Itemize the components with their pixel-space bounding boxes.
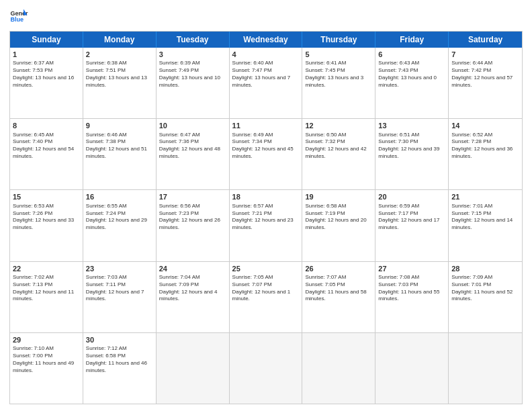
day-header-wednesday: Wednesday [230,32,303,48]
day-cell-8: 8Sunrise: 6:45 AMSunset: 7:40 PMDaylight… [10,119,83,189]
calendar-week-1: 1Sunrise: 6:37 AMSunset: 7:53 PMDaylight… [10,48,522,119]
day-cell-17: 17Sunrise: 6:56 AMSunset: 7:23 PMDayligh… [157,190,230,261]
empty-cell [230,333,303,404]
cell-info: Sunrise: 6:51 AMSunset: 7:30 PMDaylight:… [378,132,445,161]
day-cell-19: 19Sunrise: 6:58 AMSunset: 7:19 PMDayligh… [302,190,375,261]
day-cell-16: 16Sunrise: 6:55 AMSunset: 7:24 PMDayligh… [83,190,157,261]
cell-info: Sunrise: 6:43 AMSunset: 7:43 PMDaylight:… [378,60,445,89]
cell-info: Sunrise: 6:37 AMSunset: 7:53 PMDaylight:… [13,60,80,89]
day-cell-25: 25Sunrise: 7:05 AMSunset: 7:07 PMDayligh… [230,262,303,332]
day-cell-26: 26Sunrise: 7:07 AMSunset: 7:05 PMDayligh… [302,262,375,332]
day-number: 8 [13,121,80,130]
day-number: 19 [305,192,372,201]
day-header-thursday: Thursday [302,32,375,48]
day-cell-23: 23Sunrise: 7:03 AMSunset: 7:11 PMDayligh… [83,262,157,332]
calendar-week-5: 29Sunrise: 7:10 AMSunset: 7:00 PMDayligh… [10,333,522,404]
day-number: 12 [305,121,372,130]
header: General Blue [9,7,523,26]
day-header-tuesday: Tuesday [157,32,230,48]
day-cell-10: 10Sunrise: 6:47 AMSunset: 7:36 PMDayligh… [157,119,230,189]
calendar-week-4: 22Sunrise: 7:02 AMSunset: 7:13 PMDayligh… [10,262,522,333]
day-number: 13 [378,121,445,130]
day-cell-18: 18Sunrise: 6:57 AMSunset: 7:21 PMDayligh… [230,190,303,261]
day-cell-27: 27Sunrise: 7:08 AMSunset: 7:03 PMDayligh… [375,262,449,332]
day-cell-6: 6Sunrise: 6:43 AMSunset: 7:43 PMDaylight… [375,48,449,118]
day-number: 26 [305,264,372,273]
day-cell-2: 2Sunrise: 6:38 AMSunset: 7:51 PMDaylight… [83,48,157,118]
day-number: 16 [86,192,153,201]
cell-info: Sunrise: 6:53 AMSunset: 7:26 PMDaylight:… [13,203,80,232]
day-header-friday: Friday [375,32,449,48]
svg-text:Blue: Blue [10,16,24,23]
day-cell-30: 30Sunrise: 7:12 AMSunset: 6:58 PMDayligh… [83,333,157,404]
day-number: 30 [86,335,153,345]
cell-info: Sunrise: 7:10 AMSunset: 7:00 PMDaylight:… [13,345,80,374]
empty-cell [375,333,449,404]
day-header-saturday: Saturday [449,32,522,48]
calendar-header: SundayMondayTuesdayWednesdayThursdayFrid… [10,32,522,48]
day-cell-7: 7Sunrise: 6:44 AMSunset: 7:42 PMDaylight… [449,48,522,118]
day-cell-3: 3Sunrise: 6:39 AMSunset: 7:49 PMDaylight… [157,48,230,118]
day-number: 11 [232,121,300,130]
day-number: 9 [86,121,153,130]
cell-info: Sunrise: 7:03 AMSunset: 7:11 PMDaylight:… [86,274,153,303]
cell-info: Sunrise: 6:46 AMSunset: 7:38 PMDaylight:… [86,132,153,161]
cell-info: Sunrise: 6:45 AMSunset: 7:40 PMDaylight:… [13,132,80,161]
day-number: 7 [451,50,519,59]
day-number: 1 [13,50,80,59]
cell-info: Sunrise: 6:59 AMSunset: 7:17 PMDaylight:… [378,203,445,232]
cell-info: Sunrise: 7:07 AMSunset: 7:05 PMDaylight:… [305,274,372,303]
day-cell-20: 20Sunrise: 6:59 AMSunset: 7:17 PMDayligh… [375,190,449,261]
day-cell-22: 22Sunrise: 7:02 AMSunset: 7:13 PMDayligh… [10,262,83,332]
cell-info: Sunrise: 6:40 AMSunset: 7:47 PMDaylight:… [232,60,300,89]
day-number: 10 [159,121,226,130]
day-cell-11: 11Sunrise: 6:49 AMSunset: 7:34 PMDayligh… [230,119,303,189]
day-cell-12: 12Sunrise: 6:50 AMSunset: 7:32 PMDayligh… [302,119,375,189]
day-number: 25 [232,264,300,273]
day-cell-28: 28Sunrise: 7:09 AMSunset: 7:01 PMDayligh… [449,262,522,332]
cell-info: Sunrise: 6:44 AMSunset: 7:42 PMDaylight:… [451,60,519,89]
day-number: 4 [232,50,300,59]
calendar-week-3: 15Sunrise: 6:53 AMSunset: 7:26 PMDayligh… [10,190,522,261]
day-cell-4: 4Sunrise: 6:40 AMSunset: 7:47 PMDaylight… [230,48,303,118]
calendar-body: 1Sunrise: 6:37 AMSunset: 7:53 PMDaylight… [10,48,522,404]
cell-info: Sunrise: 6:52 AMSunset: 7:28 PMDaylight:… [451,132,519,161]
cell-info: Sunrise: 7:01 AMSunset: 7:15 PMDaylight:… [451,203,519,232]
day-header-monday: Monday [83,32,157,48]
cell-info: Sunrise: 7:02 AMSunset: 7:13 PMDaylight:… [13,274,80,303]
day-cell-9: 9Sunrise: 6:46 AMSunset: 7:38 PMDaylight… [83,119,157,189]
day-number: 22 [13,264,80,273]
cell-info: Sunrise: 7:09 AMSunset: 7:01 PMDaylight:… [451,274,519,303]
day-number: 28 [451,264,519,273]
day-cell-21: 21Sunrise: 7:01 AMSunset: 7:15 PMDayligh… [449,190,522,261]
day-header-sunday: Sunday [10,32,83,48]
cell-info: Sunrise: 7:05 AMSunset: 7:07 PMDaylight:… [232,274,300,303]
day-cell-5: 5Sunrise: 6:41 AMSunset: 7:45 PMDaylight… [302,48,375,118]
day-number: 29 [13,335,80,345]
calendar-week-2: 8Sunrise: 6:45 AMSunset: 7:40 PMDaylight… [10,119,522,190]
day-number: 3 [159,50,226,59]
day-cell-14: 14Sunrise: 6:52 AMSunset: 7:28 PMDayligh… [449,119,522,189]
calendar: SundayMondayTuesdayWednesdayThursdayFrid… [9,31,523,404]
cell-info: Sunrise: 7:12 AMSunset: 6:58 PMDaylight:… [86,345,153,374]
cell-info: Sunrise: 6:39 AMSunset: 7:49 PMDaylight:… [159,60,226,89]
day-number: 5 [305,50,372,59]
day-number: 15 [13,192,80,201]
day-number: 20 [378,192,445,201]
day-cell-1: 1Sunrise: 6:37 AMSunset: 7:53 PMDaylight… [10,48,83,118]
cell-info: Sunrise: 6:47 AMSunset: 7:36 PMDaylight:… [159,132,226,161]
cell-info: Sunrise: 6:49 AMSunset: 7:34 PMDaylight:… [232,132,300,161]
day-number: 27 [378,264,445,273]
empty-cell [449,333,522,404]
cell-info: Sunrise: 6:38 AMSunset: 7:51 PMDaylight:… [86,60,153,89]
page: General Blue SundayMondayTuesdayWednesda… [0,0,532,411]
logo: General Blue [9,7,31,26]
cell-info: Sunrise: 7:08 AMSunset: 7:03 PMDaylight:… [378,274,445,303]
logo-icon: General Blue [9,7,28,26]
day-cell-13: 13Sunrise: 6:51 AMSunset: 7:30 PMDayligh… [375,119,449,189]
day-cell-15: 15Sunrise: 6:53 AMSunset: 7:26 PMDayligh… [10,190,83,261]
day-number: 23 [86,264,153,273]
day-cell-29: 29Sunrise: 7:10 AMSunset: 7:00 PMDayligh… [10,333,83,404]
empty-cell [157,333,230,404]
cell-info: Sunrise: 6:55 AMSunset: 7:24 PMDaylight:… [86,203,153,232]
